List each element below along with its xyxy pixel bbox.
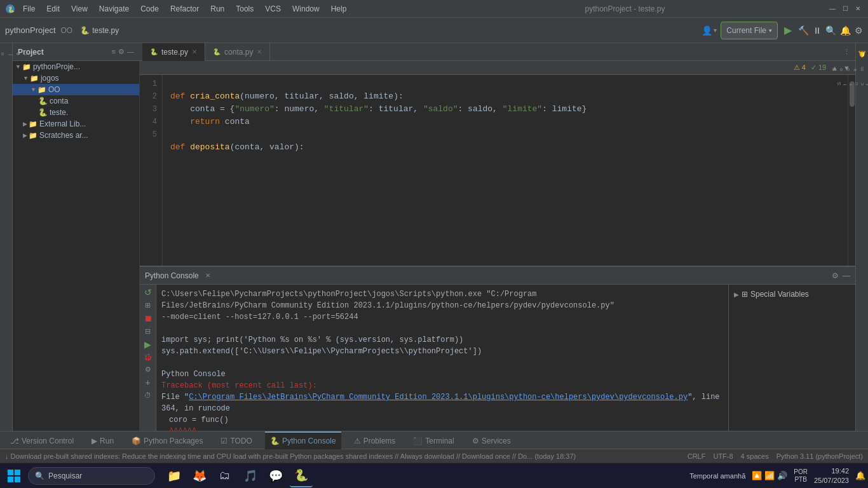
problems-label: Problems — [363, 437, 396, 445]
tab-terminal[interactable]: ⬛ Terminal — [408, 431, 459, 449]
menu-view[interactable]: View — [66, 3, 93, 15]
ext-label: External Lib... — [39, 119, 86, 128]
console-import-line: import sys; print('Python %s on %s' % (s… — [161, 334, 723, 346]
tab-python-packages[interactable]: 📦 Python Packages — [126, 431, 208, 449]
tab-run[interactable]: ▶ Run — [86, 431, 119, 449]
editor-tabs: 🐍 teste.py ✕ 🐍 conta.py ✕ ⋮ — [140, 43, 855, 61]
console-add-btn[interactable]: + — [145, 377, 150, 388]
language-indicator[interactable]: PORPTB — [794, 468, 808, 484]
notification-bell[interactable]: 🔔 — [855, 471, 865, 480]
tree-item-teste[interactable]: 🐍 teste. — [13, 107, 139, 118]
console-rerun-btn[interactable]: ↺ — [144, 287, 152, 297]
console-minimize-btn[interactable]: — — [843, 271, 850, 280]
services-label: Services — [482, 437, 511, 445]
bookmarks-sidebar-btn[interactable]: Bookmarks — [828, 64, 868, 74]
maximize-button[interactable]: ☐ — [840, 4, 850, 14]
console-run-btn[interactable]: ▶ — [144, 339, 151, 349]
indent-indicator[interactable]: 4 spaces — [741, 452, 769, 460]
editor-scrollbar[interactable] — [848, 75, 855, 266]
menu-edit[interactable]: Edit — [41, 3, 65, 15]
code-content[interactable]: def cria_conta(numero, titular, saldo, l… — [163, 75, 848, 266]
tree-item-conta[interactable]: 🐍 conta — [13, 95, 139, 107]
special-variables-section[interactable]: ▶ ⊞ Special Variables — [731, 287, 853, 301]
settings-button[interactable]: ⚙ — [855, 25, 863, 36]
run-button[interactable]: ▶ — [782, 22, 794, 39]
tab-services[interactable]: ⚙ Services — [467, 431, 516, 449]
jogos-folder-icon: 📁 — [30, 74, 39, 83]
code-editor[interactable]: 1 2 3 4 5 def cria_conta(numero, titular… — [140, 75, 855, 266]
menu-file[interactable]: File — [18, 3, 40, 15]
console-output[interactable]: C:\Users\Felipe\PycharmProjects\pythonPr… — [156, 285, 728, 431]
main-layout: ◁Project Project ≡ ⚙ — ▼ 📁 pythonProje..… — [0, 43, 868, 431]
run-icon: ▶ — [92, 437, 97, 445]
tree-item-jogos[interactable]: ▼ 📁 jogos — [13, 72, 139, 84]
console-settings-btn[interactable]: ⚙ — [832, 271, 839, 280]
start-button[interactable] — [3, 464, 25, 487]
tree-root[interactable]: ▼ 📁 pythonProje... — [13, 61, 139, 72]
notifications-sidebar-btn[interactable]: 🔔 — [856, 48, 868, 61]
svg-rect-4 — [8, 477, 13, 482]
console-stop-btn[interactable]: ⏹ — [144, 313, 153, 323]
panel-collapse-icon[interactable]: ≡ — [112, 48, 116, 56]
menu-tools[interactable]: Tools — [231, 3, 259, 15]
python-version-indicator[interactable]: Python 3.11 (pythonProject) — [776, 452, 863, 460]
console-coro-line: coro = func() — [169, 414, 723, 426]
taskbar-firefox-btn[interactable]: 🦊 — [188, 464, 211, 487]
tree-item-oo[interactable]: ▼ 📁 OO — [13, 84, 139, 95]
minimize-button[interactable]: — — [827, 4, 837, 14]
menu-run[interactable]: Run — [205, 3, 229, 15]
file-icon: 🐍 — [80, 26, 90, 35]
taskbar-files-btn[interactable]: 🗂 — [214, 464, 236, 487]
taskbar-right: Temporal amanhã 🔼 📶 🔊 PORPTB 19:42 25/07… — [689, 466, 865, 485]
python-console-panel: Python Console ✕ ⚙ — ↺ ⊞ ⏹ ⊟ ▶ 🐞 ⚙ + — [140, 266, 855, 431]
menu-refactor[interactable]: Refactor — [165, 3, 204, 15]
tab-problems[interactable]: ⚠ Problems — [349, 431, 401, 449]
tab-todo[interactable]: ☑ TODO — [215, 431, 257, 449]
tab-python-console[interactable]: 🐍 Python Console — [265, 431, 341, 449]
tab-version-control[interactable]: ⎇ Version Control — [5, 431, 79, 449]
menu-navigate[interactable]: Navigate — [94, 3, 134, 15]
search-button[interactable]: 🔍 — [825, 25, 836, 36]
console-clock-btn[interactable]: ⏱ — [144, 391, 151, 399]
encoding-indicator[interactable]: UTF-8 — [713, 452, 733, 460]
tab-conta-py[interactable]: 🐍 conta.py ✕ — [205, 43, 270, 61]
menu-help[interactable]: Help — [326, 3, 352, 15]
project-sidebar-icon[interactable]: ◁Project — [0, 46, 39, 58]
build-button[interactable]: 🔨 — [798, 25, 809, 36]
clock-date: 25/07/2023 — [814, 476, 849, 485]
audio-icon[interactable]: 🔊 — [777, 471, 787, 480]
notifications-button[interactable]: 🔔 — [840, 25, 851, 36]
menu-window[interactable]: Window — [287, 3, 325, 15]
menu-vcs[interactable]: VCS — [260, 3, 286, 15]
taskbar-search[interactable]: 🔍 Pesquisar — [28, 467, 155, 485]
console-layout-btn[interactable]: ⊞ — [145, 301, 151, 309]
panel-header-icons: ≡ ⚙ — — [112, 48, 134, 56]
tree-item-external-lib[interactable]: ▶ 📁 External Lib... — [13, 118, 139, 130]
taskbar-explorer-btn[interactable]: 📁 — [163, 464, 186, 487]
tree-item-scratches[interactable]: ▶ 📁 Scratches ar... — [13, 130, 139, 141]
taskbar-pycharm-btn[interactable]: 🐍 — [290, 464, 313, 487]
tab-teste-py[interactable]: 🐍 teste.py ✕ — [142, 43, 205, 61]
tab-teste-close[interactable]: ✕ — [192, 48, 197, 55]
profile-button[interactable]: 👤 ▾ — [702, 25, 717, 36]
network-icon[interactable]: 📶 — [764, 471, 775, 480]
line-ending-indicator[interactable]: CRLF — [688, 452, 706, 460]
console-debug-btn[interactable]: 🐞 — [144, 353, 153, 362]
app-icon: 🐍 — [5, 4, 15, 14]
console-settings2-btn[interactable]: ⚙ — [145, 365, 151, 374]
panel-minimize-icon[interactable]: — — [127, 48, 134, 56]
tab-overflow-button[interactable]: ⋮ — [843, 48, 850, 56]
current-file-button[interactable]: Current File ▾ — [721, 22, 778, 39]
close-button[interactable]: ✕ — [853, 4, 863, 14]
console-tab-close[interactable]: ✕ — [205, 272, 210, 279]
panel-gear-icon[interactable]: ⚙ — [118, 48, 125, 56]
taskbar-spotify-btn[interactable]: 🎵 — [239, 464, 262, 487]
taskbar-whatsapp-btn[interactable]: 💬 — [264, 464, 287, 487]
menu-code[interactable]: Code — [135, 3, 164, 15]
stop-button[interactable]: ⏸ — [813, 25, 822, 36]
console-filter-btn[interactable]: ⊟ — [145, 327, 151, 336]
tab-conta-close[interactable]: ✕ — [257, 48, 262, 55]
chevron-icon[interactable]: 🔼 — [752, 471, 762, 480]
console-file1-link[interactable]: C:\Program Files\JetBrains\PyCharm Commu… — [189, 393, 688, 402]
structure-sidebar-btn[interactable]: Structure — [834, 79, 868, 88]
